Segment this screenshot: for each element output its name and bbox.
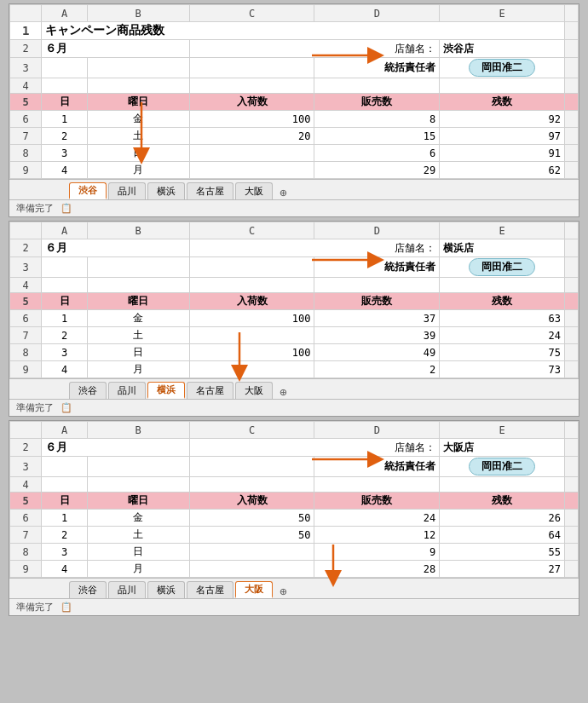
tab-bar-3: 渋谷 品川 横浜 名古屋 大阪 ⊕ — [9, 578, 579, 598]
data-row-7-2: 7 2土3924 — [10, 327, 579, 344]
tab-add-1[interactable]: ⊕ — [274, 186, 291, 199]
tab-shibuya-3[interactable]: 渋谷 — [69, 581, 107, 598]
manager-name-2: 岡田准二 — [469, 258, 535, 276]
manager-name-cell-3: 岡田准二 — [440, 457, 565, 477]
tab-bar-2: 渋谷 品川 横浜 名古屋 大阪 ⊕ — [9, 378, 579, 399]
column-header-row-3: 5 日曜日入荷数販売数残数 — [10, 493, 579, 510]
tab-yokohama-2[interactable]: 横浜 — [147, 382, 185, 399]
store-label-2: 店舗名： — [189, 239, 439, 257]
tab-nagoya-1[interactable]: 名古屋 — [187, 182, 233, 199]
status-text-1: 準備完了 — [16, 202, 54, 215]
excel-window-3: A B C D E 2 ６月 店舗名： 大阪店 3 統括責任者 岡田准二 — [9, 420, 579, 616]
store-label: 店舗名： — [189, 40, 439, 58]
month-store-row-2: 2 ６月 店舗名： 横浜店 — [10, 239, 579, 257]
col-header-b-2: B — [87, 222, 189, 239]
corner-cell — [10, 5, 42, 22]
tab-nagoya-3[interactable]: 名古屋 — [187, 581, 233, 598]
spreadsheet-1: A B C D E 1 キャンペーン商品残数 2 ６月 店舗名： 渋谷店 — [9, 4, 579, 179]
col-header-e: E — [440, 5, 565, 22]
data-row-8-2: 8 3日1004975 — [10, 344, 579, 361]
tab-bar-1: 渋谷 品川 横浜 名古屋 大阪 ⊕ — [9, 179, 579, 199]
col-sales: 販売数 — [314, 94, 440, 111]
month-label-2: ６月 — [42, 239, 189, 257]
spreadsheet-2: A B C D E 2 ６月 店舗名： 横浜店 3 統括責任者 岡田准二 — [9, 222, 579, 378]
manager-name-cell-2: 岡田准二 — [440, 257, 565, 278]
data-row-6-2: 6 1金1003763 — [10, 310, 579, 327]
excel-window-2: A B C D E 2 ６月 店舗名： 横浜店 3 統括責任者 岡田准二 — [9, 221, 579, 417]
data-row-6-1: 6 1金100892 — [10, 111, 579, 128]
col-day: 日 — [42, 94, 87, 111]
tab-osaka-3[interactable]: 大阪 — [235, 581, 273, 598]
month-label-3: ６月 — [42, 439, 189, 457]
tab-shinagawa-3[interactable]: 品川 — [108, 581, 146, 598]
col-header-a: A — [42, 5, 87, 22]
col-stock-in: 入荷数 — [189, 94, 314, 111]
status-icon-3: 📋 — [61, 602, 72, 613]
manager-name-cell-1: 岡田准二 — [440, 58, 565, 78]
column-header-row-2: 5 日曜日入荷数販売数残数 — [10, 293, 579, 310]
tab-yokohama-1[interactable]: 横浜 — [147, 182, 185, 199]
tab-nagoya-2[interactable]: 名古屋 — [187, 382, 233, 399]
tab-osaka-1[interactable]: 大阪 — [235, 182, 273, 199]
tab-shibuya-2[interactable]: 渋谷 — [69, 382, 107, 399]
tab-add-2[interactable]: ⊕ — [274, 385, 291, 399]
data-row-8-1: 8 3日691 — [10, 145, 579, 162]
tab-osaka-2[interactable]: 大阪 — [235, 382, 273, 399]
store-name-3: 大阪店 — [440, 439, 565, 457]
corner-cell-3 — [10, 422, 42, 439]
manager-row-2: 3 統括責任者 岡田准二 — [10, 257, 579, 278]
excel-window-1: A B C D E 1 キャンペーン商品残数 2 ６月 店舗名： 渋谷店 — [9, 3, 579, 217]
tab-shinagawa-2[interactable]: 品川 — [108, 382, 146, 399]
store-name-1: 渋谷店 — [440, 40, 565, 58]
status-text-2: 準備完了 — [16, 401, 54, 414]
data-row-9-3: 9 4月2827 — [10, 561, 579, 578]
col-header-c-3: C — [189, 422, 314, 439]
manager-label-2: 統括責任者 — [314, 257, 440, 278]
empty-row-4-2: 4 — [10, 278, 579, 293]
col-weekday: 曜日 — [87, 94, 189, 111]
empty-row-4-3: 4 — [10, 477, 579, 493]
col-header-a-3: A — [42, 422, 87, 439]
spreadsheet-title: キャンペーン商品残数 — [42, 22, 565, 40]
col-header-e-2: E — [440, 222, 565, 239]
store-label-3: 店舗名： — [189, 439, 439, 457]
month-store-row-3: 2 ６月 店舗名： 大阪店 — [10, 439, 579, 457]
status-bar-2: 準備完了 📋 — [9, 399, 579, 416]
column-header-row-1: 5 日 曜日 入荷数 販売数 残数 — [10, 94, 579, 111]
manager-row: 3 統括責任者 岡田准二 — [10, 58, 579, 78]
manager-label-1: 統括責任者 — [314, 58, 440, 78]
data-row-6-3: 6 1金502426 — [10, 510, 579, 527]
tab-shibuya-1[interactable]: 渋谷 — [69, 182, 107, 199]
title-row: 1 キャンペーン商品残数 — [10, 22, 579, 40]
data-row-9-1: 9 4月2962 — [10, 162, 579, 179]
status-bar-1: 準備完了 📋 — [9, 199, 579, 216]
status-text-3: 準備完了 — [16, 601, 54, 614]
data-row-9-2: 9 4月273 — [10, 361, 579, 378]
data-row-7-1: 7 2土201597 — [10, 128, 579, 145]
status-icon-1: 📋 — [61, 203, 72, 214]
data-row-7-3: 7 2土501264 — [10, 527, 579, 544]
manager-label-3: 統括責任者 — [314, 457, 440, 477]
col-header-c: C — [189, 5, 314, 22]
manager-name-3: 岡田准二 — [469, 458, 535, 475]
col-header-d: D — [314, 5, 440, 22]
col-header-c-2: C — [189, 222, 314, 239]
status-icon-2: 📋 — [61, 402, 72, 413]
col-header-b-3: B — [87, 422, 189, 439]
manager-row-3: 3 統括責任者 岡田准二 — [10, 457, 579, 477]
tab-yokohama-3[interactable]: 横浜 — [147, 581, 185, 598]
store-name-2: 横浜店 — [440, 239, 565, 257]
tab-add-3[interactable]: ⊕ — [274, 585, 291, 598]
empty-row-4: 4 — [10, 78, 579, 94]
status-bar-3: 準備完了 📋 — [9, 598, 579, 615]
col-header-e-3: E — [440, 422, 565, 439]
col-remaining: 残数 — [440, 94, 565, 111]
col-header-b: B — [87, 5, 189, 22]
month-store-row: 2 ６月 店舗名： 渋谷店 — [10, 40, 579, 58]
data-row-8-3: 8 3日955 — [10, 544, 579, 561]
manager-name-1: 岡田准二 — [469, 59, 535, 77]
month-label: ６月 — [42, 40, 189, 58]
col-header-d-2: D — [314, 222, 440, 239]
col-header-a-2: A — [42, 222, 87, 239]
tab-shinagawa-1[interactable]: 品川 — [108, 182, 146, 199]
